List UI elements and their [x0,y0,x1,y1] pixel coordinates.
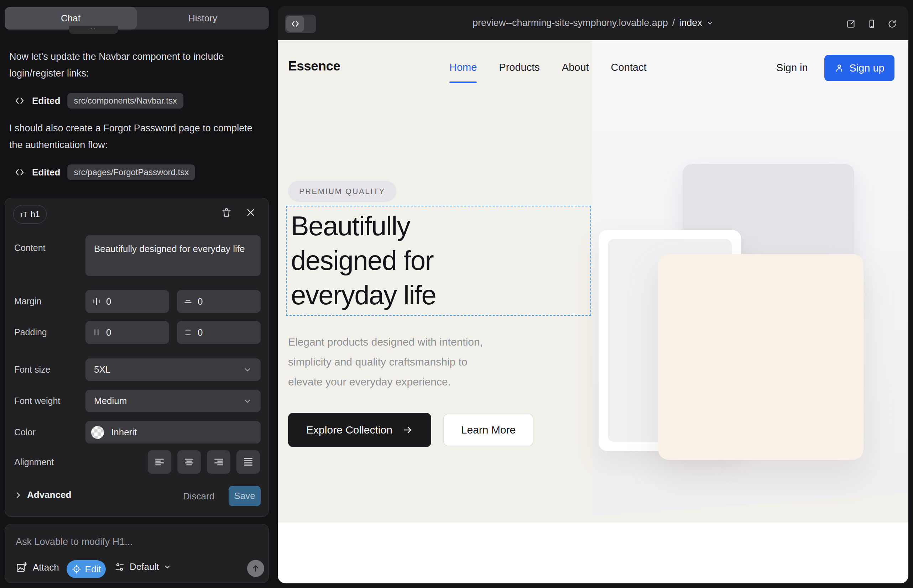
element-tag-label: h1 [30,209,40,219]
tab-chat-label: Chat [61,13,81,24]
chevron-right-icon [14,491,22,499]
explore-collection-button[interactable]: Explore Collection [288,413,431,447]
color-select[interactable]: Inherit [86,421,261,444]
color-value: Inherit [111,427,137,438]
hero-description: Elegant products designed with intention… [288,332,483,392]
headline-line: designed for [291,243,436,278]
url-separator: / [672,18,675,29]
tab-history[interactable]: History [137,7,269,29]
font-size-label: Font size [14,365,50,375]
font-weight-select[interactable]: Medium [86,390,261,412]
nav-contact[interactable]: Contact [611,61,647,73]
open-external-icon[interactable] [846,19,856,29]
sign-up-label: Sign up [849,62,884,74]
close-icon[interactable] [246,207,256,218]
send-button[interactable] [247,560,264,577]
mobile-view-icon[interactable] [867,18,877,29]
color-label: Color [14,427,36,438]
align-right-icon [213,456,224,468]
file-chip[interactable]: src/pages/ForgotPassword.tsx [67,165,195,180]
padding-label: Padding [14,327,47,338]
sliders-icon [114,562,125,572]
align-left-button[interactable] [148,450,171,474]
edit-action-row: Edited src/pages/ForgotPassword.tsx [14,165,195,180]
attach-label: Attach [33,562,59,573]
prompt-box: Ask Lovable to modify H1... Attach Edit … [5,524,269,583]
model-selector[interactable]: Default [114,561,171,572]
discard-button[interactable]: Discard [183,491,214,502]
premium-badge: PREMIUM QUALITY [288,181,396,202]
margin-horizontal-input[interactable]: 0 [86,290,169,313]
sign-in-link[interactable]: Sign in [776,62,808,74]
headline-line: Beautifully [291,208,436,243]
chat-message: I should also create a Forgot Password p… [9,120,263,153]
user-icon [834,63,844,73]
align-justify-button[interactable] [236,450,260,474]
file-chip[interactable]: src/components/Navbar.tsx [67,93,183,108]
site-logo[interactable]: Essence [288,59,340,74]
padding-horizontal-input[interactable]: 0 [86,321,169,344]
margin-vertical-value: 0 [197,296,202,307]
app-root: Chat History ·· Now let's update the Nav… [0,0,913,588]
element-tag-pill[interactable]: ᴛT h1 [13,205,47,223]
save-button[interactable]: Save [228,486,261,506]
prompt-input[interactable]: Ask Lovable to modify H1... [16,536,133,548]
url-page: index [679,18,702,29]
refresh-icon[interactable] [887,19,897,29]
nav-home[interactable]: Home [449,61,477,73]
target-icon [71,564,81,574]
headline-line: everyday life [291,278,436,312]
hero-headline[interactable]: Beautifully designed for everyday life [291,208,436,312]
url-breadcrumb[interactable]: preview--charming-site-symphony.lovable.… [278,6,908,40]
decorative-card-cream [658,254,863,460]
text-type-icon: ᴛT [20,210,27,218]
chevron-down-icon [706,19,714,27]
nav-products[interactable]: Products [499,61,539,73]
scrolled-chip[interactable]: ·· [69,26,118,34]
model-label: Default [130,561,159,572]
transparent-swatch-icon [91,426,104,439]
align-left-icon [154,456,165,468]
arrow-right-icon [402,425,413,435]
edit-action-row: Edited src/components/Navbar.tsx [14,93,183,108]
font-weight-label: Font weight [14,396,60,406]
padding-vertical-value: 0 [197,327,202,338]
learn-more-button[interactable]: Learn More [444,414,533,446]
margin-horizontal-icon [92,297,101,306]
code-icon [14,95,25,106]
alignment-label: Alignment [14,457,54,467]
code-icon [14,167,25,178]
site-nav: Home Products About Contact [449,61,647,73]
arrow-up-icon [251,564,260,573]
chat-message: Now let's update the Navbar component to… [9,48,263,82]
margin-horizontal-value: 0 [106,296,111,307]
explore-collection-label: Explore Collection [306,424,392,436]
nav-about[interactable]: About [562,61,589,73]
advanced-toggle[interactable]: Advanced [14,489,71,501]
chevron-down-icon [243,365,252,375]
alignment-group [148,450,260,474]
margin-vertical-input[interactable]: 0 [177,290,261,313]
content-input[interactable]: Beautifully designed for everyday life [86,235,261,276]
edit-mode-button[interactable]: Edit [66,560,106,578]
description-line: Elegant products designed with intention… [288,332,483,352]
sign-up-button[interactable]: Sign up [824,55,895,81]
edited-label: Edited [32,167,60,178]
url-domain: preview--charming-site-symphony.lovable.… [473,18,668,29]
align-right-button[interactable] [207,450,230,474]
delete-icon[interactable] [221,207,232,218]
chevron-down-icon [163,563,171,571]
element-editor-panel: ᴛT h1 Content Beautifully designed for e… [5,198,269,517]
attach-button[interactable]: Attach [16,561,59,573]
align-justify-icon [243,456,254,468]
font-size-select[interactable]: 5XL [86,359,261,381]
align-center-button[interactable] [177,450,201,474]
edit-label: Edit [85,564,101,575]
preview-pane: preview--charming-site-symphony.lovable.… [278,6,908,583]
advanced-label: Advanced [27,489,71,501]
padding-vertical-icon [183,328,193,337]
margin-label: Margin [14,296,41,307]
description-line: elevate your everyday experience. [288,372,483,392]
align-center-icon [183,456,195,468]
padding-vertical-input[interactable]: 0 [177,321,261,344]
